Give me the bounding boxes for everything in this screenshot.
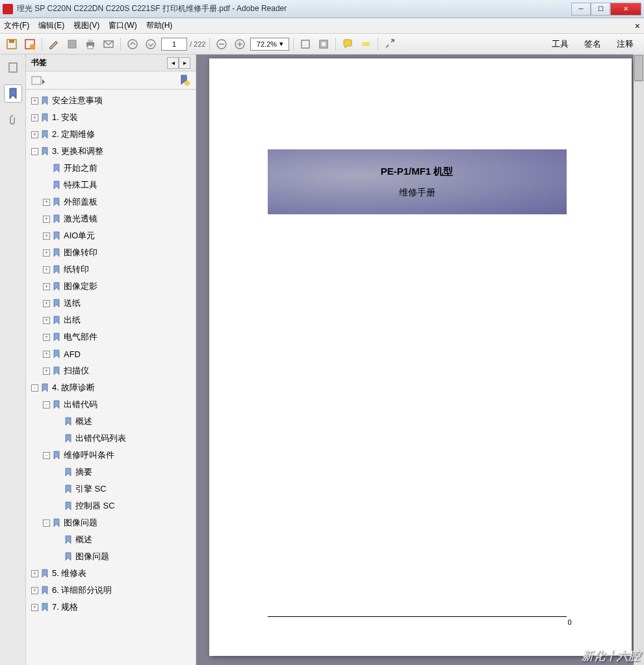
expand-icon[interactable]: + <box>43 199 50 206</box>
bookmark-item[interactable]: 特殊工具 <box>27 177 194 194</box>
highlight-icon[interactable] <box>358 36 374 52</box>
menu-view[interactable]: 视图(V) <box>73 20 99 31</box>
expand-icon[interactable]: - <box>43 401 50 408</box>
page-down-icon[interactable] <box>143 36 159 52</box>
bookmark-item[interactable]: -3. 更换和调整 <box>27 143 194 160</box>
expand-icon[interactable]: + <box>43 351 50 358</box>
bookmark-item[interactable]: 图像问题 <box>27 548 194 565</box>
bookmark-item[interactable]: +图像定影 <box>27 278 194 295</box>
expand-icon[interactable]: - <box>43 520 50 527</box>
zoom-in-icon[interactable] <box>232 36 248 52</box>
document-viewport[interactable]: PE-P1/MF1 机型 维修手册 0 <box>196 55 644 665</box>
bookmark-item[interactable]: 概述 <box>27 413 194 430</box>
expand-icon[interactable]: - <box>43 452 50 459</box>
bookmark-item[interactable]: +安全注意事项 <box>27 92 194 109</box>
tools-button[interactable]: 工具 <box>545 37 575 51</box>
print-icon[interactable] <box>83 36 98 52</box>
toolbar: / 222 72.2% ▾ 工具 签名 注释 <box>0 34 644 55</box>
bookmark-item[interactable]: -出错代码 <box>27 396 194 413</box>
bookmark-item[interactable]: +5. 维修表 <box>27 565 194 582</box>
expand-icon[interactable]: + <box>43 300 50 307</box>
thumbnails-tab-icon[interactable] <box>4 58 22 77</box>
expand-icon[interactable]: + <box>43 249 50 257</box>
expand-icon[interactable]: + <box>31 97 38 105</box>
zoom-select[interactable]: 72.2% ▾ <box>250 38 289 51</box>
bookmark-next-icon[interactable]: ▸ <box>179 57 190 69</box>
menu-help[interactable]: 帮助(H) <box>146 20 173 31</box>
expand-icon[interactable]: + <box>31 114 38 121</box>
bookmark-item[interactable]: 控制器 SC <box>27 497 194 514</box>
expand-icon[interactable]: + <box>43 317 50 324</box>
menubar: 文件(F) 编辑(E) 视图(V) 窗口(W) 帮助(H) × <box>0 18 644 34</box>
bookmark-item[interactable]: +AFD <box>27 345 194 362</box>
bookmark-item[interactable]: +扫描仪 <box>27 362 194 379</box>
bookmark-item[interactable]: 出错代码列表 <box>27 430 194 447</box>
bookmark-item[interactable]: +图像转印 <box>27 244 194 261</box>
bookmark-item[interactable]: +AIO单元 <box>27 227 194 244</box>
bookmark-item[interactable]: 开始之前 <box>27 160 194 177</box>
fit-page-icon[interactable] <box>316 36 331 52</box>
bookmark-item[interactable]: +纸转印 <box>27 261 194 278</box>
email-icon[interactable] <box>101 36 116 52</box>
bookmark-item[interactable]: +7. 规格 <box>27 599 194 616</box>
save-icon[interactable] <box>4 36 19 52</box>
expand-icon[interactable]: + <box>43 266 50 273</box>
maximize-button[interactable]: ☐ <box>591 3 610 16</box>
minimize-button[interactable]: ─ <box>571 3 591 16</box>
window-controls: ─ ☐ ✕ <box>571 3 641 16</box>
bookmark-options-icon[interactable] <box>31 75 45 86</box>
vertical-scrollbar[interactable] <box>634 55 644 665</box>
expand-icon[interactable]: + <box>31 570 38 577</box>
expand-icon[interactable]: + <box>43 216 50 223</box>
menu-file[interactable]: 文件(F) <box>4 20 29 31</box>
bookmark-item[interactable]: +6. 详细部分说明 <box>27 582 194 599</box>
zoom-out-icon[interactable] <box>214 36 229 52</box>
menu-window[interactable]: 窗口(W) <box>109 20 136 31</box>
expand-icon[interactable]: + <box>31 587 38 594</box>
scrollbar-thumb[interactable] <box>634 55 643 81</box>
bookmark-prev-icon[interactable]: ◂ <box>167 57 179 69</box>
sign-button[interactable]: 签名 <box>578 37 608 51</box>
bookmark-item[interactable]: +出纸 <box>27 312 194 329</box>
expand-icon[interactable]: - <box>31 384 38 392</box>
bookmark-item[interactable]: +电气部件 <box>27 329 194 345</box>
read-mode-icon[interactable] <box>382 36 398 52</box>
attachments-tab-icon[interactable] <box>4 110 22 129</box>
bookmark-item[interactable]: +2. 定期维修 <box>27 126 194 143</box>
bookmark-item[interactable]: +送纸 <box>27 295 194 312</box>
bookmark-item[interactable]: +激光透镜 <box>27 210 194 227</box>
bookmarks-tab-icon[interactable] <box>4 84 22 103</box>
expand-icon[interactable]: + <box>43 334 50 341</box>
svg-rect-19 <box>362 42 370 46</box>
bookmark-item[interactable]: +外部盖板 <box>27 194 194 210</box>
page-up-icon[interactable] <box>125 36 140 52</box>
expand-icon[interactable]: + <box>43 232 50 240</box>
pdf-convert-icon[interactable] <box>22 36 38 52</box>
comment-bubble-icon[interactable] <box>340 36 355 52</box>
bookmark-item[interactable]: -图像问题 <box>27 514 194 531</box>
bookmark-new-icon[interactable] <box>179 75 190 86</box>
footer-rule <box>268 616 567 617</box>
expand-icon[interactable]: + <box>43 368 50 375</box>
save-disk-icon[interactable] <box>64 36 80 52</box>
bookmark-item[interactable]: 概述 <box>27 531 194 548</box>
bookmark-label: 送纸 <box>64 297 81 309</box>
expand-icon[interactable]: + <box>43 283 50 290</box>
menu-edit[interactable]: 编辑(E) <box>38 20 64 31</box>
bookmark-item[interactable]: +1. 安装 <box>27 109 194 126</box>
fit-width-icon[interactable] <box>298 36 313 52</box>
bookmarks-tree[interactable]: +安全注意事项+1. 安装+2. 定期维修-3. 更换和调整开始之前特殊工具+外… <box>26 90 196 665</box>
bookmark-item[interactable]: -4. 故障诊断 <box>27 379 194 396</box>
bookmark-item[interactable]: 引擎 SC <box>27 481 194 497</box>
close-button[interactable]: ✕ <box>610 3 641 16</box>
page-number-input[interactable] <box>161 38 187 51</box>
close-doc-button[interactable]: × <box>635 21 640 31</box>
expand-icon[interactable]: + <box>31 604 38 611</box>
expand-icon[interactable]: - <box>31 148 38 155</box>
comment-button[interactable]: 注释 <box>610 37 640 51</box>
bookmark-item[interactable]: -维修呼叫条件 <box>27 447 194 464</box>
expand-icon[interactable]: + <box>31 131 38 138</box>
bookmark-item[interactable]: 摘要 <box>27 464 194 481</box>
edit-icon[interactable] <box>46 36 62 52</box>
svg-rect-20 <box>9 63 17 72</box>
